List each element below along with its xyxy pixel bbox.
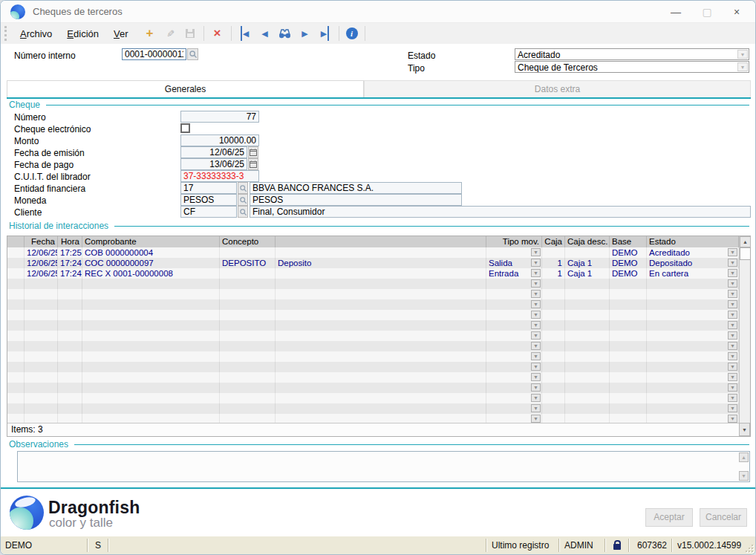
fecha-pago-calendar-icon[interactable] — [248, 158, 258, 170]
estado-dropdown-icon[interactable]: ▼ — [728, 394, 737, 402]
entidad-financiera-search-icon[interactable] — [238, 182, 248, 194]
estado-dropdown-icon[interactable]: ▼ — [728, 342, 737, 350]
tipo-mov-dropdown-icon[interactable]: ▼ — [531, 321, 541, 329]
tipo-mov-dropdown-icon[interactable]: ▼ — [531, 415, 541, 423]
tipo-mov-dropdown-icon[interactable]: ▼ — [531, 269, 541, 277]
estado-dropdown-icon[interactable]: ▼ — [728, 363, 737, 371]
estado-dropdown-icon[interactable]: ▼ — [728, 352, 737, 360]
historial-row[interactable]: ▼▼ — [7, 331, 739, 341]
minimize-button[interactable]: — — [663, 2, 688, 22]
estado-dropdown-icon[interactable]: ▼ — [728, 290, 737, 298]
resize-grip[interactable] — [744, 543, 753, 552]
tipo-mov-dropdown-icon[interactable]: ▼ — [531, 394, 541, 402]
column-header-base[interactable]: Base — [610, 236, 647, 247]
estado-dropdown-icon[interactable]: ▼ — [728, 404, 737, 412]
scrollbar-thumb[interactable] — [740, 247, 751, 260]
scroll-down-icon[interactable]: ▼ — [739, 423, 750, 436]
search-binoculars-icon[interactable] — [278, 26, 292, 41]
historial-row[interactable]: ▼▼ — [7, 403, 739, 414]
entidad-financiera-code-input[interactable] — [180, 182, 237, 194]
menu-edicion[interactable]: Edición — [59, 25, 106, 42]
historial-row[interactable]: 12/06/2517:24COC 0000000097DEPOSITODepos… — [7, 258, 739, 268]
historial-row[interactable]: 12/06/2517:25COB 0000000004▼DEMOAcredita… — [7, 247, 739, 258]
moneda-desc-input[interactable] — [250, 194, 462, 206]
historial-row[interactable]: ▼▼ — [7, 299, 739, 310]
observaciones-textarea[interactable] — [18, 452, 737, 481]
entidad-financiera-desc-input[interactable] — [250, 182, 462, 194]
delete-icon[interactable]: × — [211, 26, 224, 41]
tipo-mov-dropdown-icon[interactable]: ▼ — [531, 248, 541, 256]
save-icon[interactable] — [183, 26, 197, 41]
monto-input[interactable] — [180, 134, 259, 146]
tipo-mov-dropdown-icon[interactable]: ▼ — [531, 383, 541, 392]
menu-archivo[interactable]: Archivo — [13, 25, 59, 42]
cheque-electronico-checkbox[interactable] — [180, 123, 190, 133]
numero-interno-input[interactable] — [122, 48, 186, 60]
column-header-caja_desc[interactable]: Caja desc. — [565, 236, 610, 247]
column-header-comprobante[interactable]: Comprobante — [82, 236, 220, 247]
tipo-mov-dropdown-icon[interactable]: ▼ — [531, 363, 541, 371]
estado-dropdown-icon[interactable]: ▼ — [728, 311, 737, 319]
tipo-combo[interactable]: Cheque de Terceros ▼ — [515, 61, 749, 73]
tipo-mov-dropdown-icon[interactable]: ▼ — [531, 290, 541, 298]
tipo-mov-dropdown-icon[interactable]: ▼ — [531, 311, 541, 319]
historial-row[interactable]: ▼▼ — [7, 383, 739, 393]
tipo-mov-dropdown-icon[interactable]: ▼ — [531, 342, 541, 350]
tipo-mov-dropdown-icon[interactable]: ▼ — [531, 373, 541, 381]
cliente-desc-input[interactable] — [250, 206, 751, 218]
previous-record-icon[interactable]: ◀ — [258, 26, 272, 41]
tipo-mov-dropdown-icon[interactable]: ▼ — [531, 259, 541, 267]
historial-row[interactable]: ▼▼ — [7, 362, 739, 372]
historial-row[interactable]: ▼▼ — [7, 279, 739, 289]
chevron-down-icon[interactable]: ▼ — [737, 50, 748, 59]
estado-dropdown-icon[interactable]: ▼ — [728, 269, 737, 277]
column-header-hora[interactable]: Hora — [58, 236, 82, 247]
estado-dropdown-icon[interactable]: ▼ — [728, 373, 737, 381]
fecha-pago-input[interactable] — [180, 158, 247, 170]
add-icon[interactable]: + — [143, 26, 157, 41]
estado-dropdown-icon[interactable]: ▼ — [728, 259, 737, 267]
historial-row[interactable]: ▼▼ — [7, 320, 739, 331]
tab-generales[interactable]: Generales — [7, 80, 364, 97]
tipo-mov-dropdown-icon[interactable]: ▼ — [531, 352, 541, 360]
fecha-emision-input[interactable] — [180, 146, 247, 158]
tipo-mov-dropdown-icon[interactable]: ▼ — [531, 331, 541, 340]
chevron-down-icon[interactable]: ▼ — [737, 62, 748, 71]
cliente-code-input[interactable] — [180, 206, 237, 218]
column-header-concepto_desc[interactable] — [276, 236, 486, 247]
column-header-concepto[interactable]: Concepto — [220, 236, 276, 247]
obs-scroll-down-icon[interactable]: ▼ — [739, 471, 749, 481]
menu-ver[interactable]: Ver — [106, 25, 136, 42]
maximize-button[interactable]: ▢ — [694, 2, 720, 22]
historial-row[interactable]: ▼▼ — [7, 289, 739, 299]
estado-dropdown-icon[interactable]: ▼ — [728, 383, 737, 392]
historial-row[interactable]: ▼▼ — [7, 372, 739, 383]
column-header-estado[interactable]: Estado — [647, 236, 739, 247]
info-icon[interactable]: i — [346, 27, 358, 39]
obs-scroll-up-icon[interactable]: ▲ — [739, 452, 749, 462]
estado-dropdown-icon[interactable]: ▼ — [728, 321, 737, 329]
historial-row[interactable]: ▼▼ — [7, 341, 739, 351]
numero-input[interactable] — [180, 111, 259, 123]
next-record-icon[interactable]: ▶ — [299, 26, 312, 41]
tipo-mov-dropdown-icon[interactable]: ▼ — [531, 279, 541, 288]
column-header-fecha[interactable]: Fecha — [25, 236, 58, 247]
historial-scrollbar[interactable]: ▲ — [739, 236, 750, 424]
estado-dropdown-icon[interactable]: ▼ — [728, 331, 737, 340]
first-record-icon[interactable]: ◀ — [238, 26, 252, 41]
last-record-icon[interactable]: ▶ — [319, 26, 332, 41]
column-header-caja[interactable]: Caja — [542, 236, 565, 247]
tab-datos-extra[interactable]: Datos extra — [364, 80, 751, 97]
historial-row[interactable]: ▼▼ — [7, 310, 739, 320]
estado-dropdown-icon[interactable]: ▼ — [728, 300, 737, 308]
historial-row[interactable]: 12/06/2517:24REC X 0001-00000008Entrada▼… — [7, 268, 739, 279]
estado-combo[interactable]: Acreditado ▼ — [515, 48, 749, 60]
cliente-search-icon[interactable] — [238, 206, 248, 218]
close-button[interactable]: × — [724, 2, 749, 22]
scroll-up-icon[interactable]: ▲ — [740, 236, 751, 247]
cuit-librador-input[interactable] — [180, 170, 259, 182]
historial-row[interactable]: ▼▼ — [7, 351, 739, 362]
cancelar-button[interactable]: Cancelar — [700, 508, 747, 527]
tipo-mov-dropdown-icon[interactable]: ▼ — [531, 404, 541, 412]
numero-interno-search-icon[interactable] — [187, 48, 198, 60]
